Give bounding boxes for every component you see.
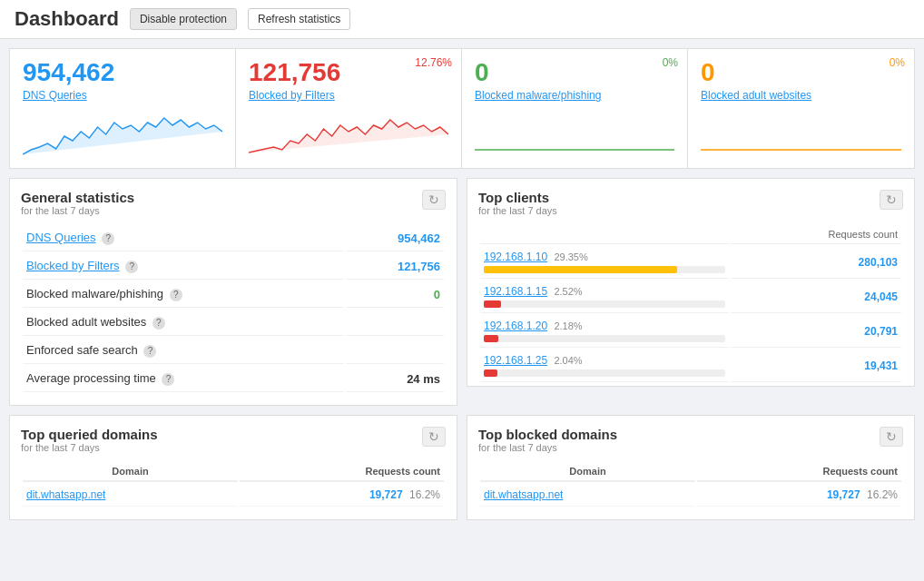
blocked-adult-help[interactable]: ? bbox=[152, 317, 165, 330]
client-name[interactable]: 192.168.1.20 bbox=[484, 320, 547, 332]
avg-processing-help[interactable]: ? bbox=[162, 373, 174, 386]
table-row: dit.whatsapp.net 19,727 16.2% bbox=[23, 484, 444, 507]
blocked-adult-sparkline bbox=[701, 109, 901, 159]
blocked-malware-percent: 0% bbox=[663, 56, 678, 69]
dns-queries-label[interactable]: DNS Queries bbox=[23, 89, 222, 102]
top-blocked-refresh[interactable]: ↻ bbox=[880, 427, 903, 447]
top-queried-subtitle: for the last 7 days bbox=[21, 442, 158, 453]
table-row: Enforced safe search ? bbox=[23, 338, 444, 364]
blocked-filters-value: 121,756 bbox=[346, 253, 444, 280]
domain-percent: 16.2% bbox=[409, 488, 440, 501]
table-row: 192.168.1.20 2.18% 20,791 bbox=[480, 315, 901, 348]
blocked-malware-number: 0 bbox=[475, 58, 674, 87]
stat-row-label: Average processing time ? bbox=[23, 366, 344, 392]
page-title: Dashboard bbox=[15, 7, 119, 31]
top-blocked-panel: Top blocked domains for the last 7 days … bbox=[467, 415, 915, 520]
requests-col-header: Requests count bbox=[697, 462, 901, 482]
client-count: 24,045 bbox=[864, 290, 898, 303]
client-count-cell: 18,596 bbox=[731, 384, 901, 387]
client-cell: 192.168.1.25 2.04% bbox=[480, 350, 729, 382]
top-clients-refresh[interactable]: ↻ bbox=[880, 190, 903, 210]
blocked-filters-help[interactable]: ? bbox=[125, 261, 138, 273]
table-row: 192.168.1.15 2.52% 24,045 bbox=[480, 281, 901, 313]
top-blocked-title-block: Top blocked domains for the last 7 days bbox=[478, 427, 617, 453]
blocked-filters-link[interactable]: Blocked by Filters bbox=[26, 259, 120, 272]
client-cell: 192.168.1.30 1.95% bbox=[480, 384, 729, 387]
client-cell: 192.168.1.10 29.35% bbox=[480, 246, 729, 279]
dns-chart bbox=[23, 109, 222, 159]
dns-queries-link[interactable]: DNS Queries bbox=[26, 231, 96, 244]
client-count: 19,431 bbox=[864, 359, 898, 372]
domain-name[interactable]: dit.whatsapp.net bbox=[26, 488, 105, 501]
domain-col-header: Domain bbox=[480, 462, 695, 482]
client-percent: 29.35% bbox=[554, 251, 587, 262]
avg-processing-link: Average processing time bbox=[26, 371, 156, 385]
domain-table-header: Domain Requests count bbox=[23, 462, 444, 482]
client-percent: 2.52% bbox=[554, 286, 582, 297]
client-table-header: Requests count bbox=[480, 225, 901, 244]
requests-col-header: Requests count bbox=[731, 225, 901, 244]
table-row: Average processing time ? 24 ms bbox=[23, 366, 444, 392]
requests-col-header: Requests count bbox=[240, 462, 444, 482]
top-clients-panel: Top clients for the last 7 days ↻ Reques… bbox=[467, 178, 915, 387]
table-row: 192.168.1.30 1.95% 18,596 bbox=[480, 384, 901, 387]
blocked-adult-number: 0 bbox=[701, 58, 901, 87]
table-row: dit.whatsapp.net 19,727 16.2% bbox=[480, 484, 901, 507]
domain-cell: dit.whatsapp.net bbox=[480, 484, 695, 507]
general-stats-header: General statistics for the last 7 days ↻ bbox=[21, 190, 446, 216]
stat-row-label: Blocked malware/phishing ? bbox=[23, 281, 344, 308]
top-clients-table: Requests count 192.168.1.10 29.35% 280,1… bbox=[478, 223, 903, 387]
top-blocked-table: Domain Requests count dit.whatsapp.net 1… bbox=[478, 460, 903, 508]
top-clients-title-block: Top clients for the last 7 days bbox=[478, 190, 557, 216]
disable-protection-button[interactable]: Disable protection bbox=[130, 8, 237, 30]
top-queried-refresh[interactable]: ↻ bbox=[422, 427, 446, 447]
blocked-filters-label[interactable]: Blocked by Filters bbox=[249, 89, 448, 102]
general-stats-table: DNS Queries ? 954,462 Blocked by Filters… bbox=[21, 223, 446, 394]
domain-name[interactable]: dit.whatsapp.net bbox=[484, 488, 563, 501]
safe-search-link: Enforced safe search bbox=[26, 343, 138, 357]
stat-card-blocked-filters: 12.76% 121,756 Blocked by Filters bbox=[236, 49, 462, 168]
blocked-filters-chart bbox=[249, 109, 448, 159]
general-stats-subtitle: for the last 7 days bbox=[21, 205, 134, 216]
client-count-cell: 20,791 bbox=[731, 315, 901, 348]
blocked-adult-label[interactable]: Blocked adult websites bbox=[701, 89, 901, 102]
client-percent: 2.18% bbox=[554, 320, 582, 331]
blocked-malware-label[interactable]: Blocked malware/phishing bbox=[475, 89, 674, 102]
client-progress-bar bbox=[484, 335, 725, 342]
progress-fill bbox=[484, 300, 501, 308]
progress-fill bbox=[484, 335, 498, 342]
client-percent: 2.04% bbox=[554, 355, 582, 366]
client-count: 20,791 bbox=[864, 325, 898, 338]
client-progress-bar bbox=[484, 266, 725, 273]
dns-queries-help[interactable]: ? bbox=[102, 232, 114, 245]
domain-table-header: Domain Requests count bbox=[480, 462, 901, 482]
general-stats-refresh[interactable]: ↻ bbox=[422, 190, 446, 210]
domain-percent: 16.2% bbox=[867, 488, 898, 501]
domain-count: 19,727 bbox=[827, 488, 860, 501]
safe-search-value bbox=[346, 338, 444, 364]
stat-row-label: DNS Queries ? bbox=[23, 225, 344, 251]
table-row: DNS Queries ? 954,462 bbox=[23, 225, 444, 251]
client-col-header bbox=[480, 225, 729, 244]
table-row: Blocked by Filters ? 121,756 bbox=[23, 253, 444, 280]
dns-sparkline bbox=[23, 109, 222, 159]
stat-cards-row: 954,462 DNS Queries 12.76% 121,756 Block… bbox=[9, 48, 915, 169]
dashboard: 954,462 DNS Queries 12.76% 121,756 Block… bbox=[0, 39, 924, 538]
blocked-malware-help[interactable]: ? bbox=[170, 289, 182, 301]
top-queried-title-block: Top queried domains for the last 7 days bbox=[21, 427, 158, 453]
refresh-statistics-button[interactable]: Refresh statistics bbox=[248, 8, 350, 30]
top-queried-title: Top queried domains bbox=[21, 427, 158, 442]
safe-search-help[interactable]: ? bbox=[143, 345, 156, 358]
top-blocked-title: Top blocked domains bbox=[478, 427, 617, 442]
domain-col-header: Domain bbox=[23, 462, 238, 482]
blocked-adult-value bbox=[346, 310, 444, 336]
client-name[interactable]: 192.168.1.25 bbox=[484, 354, 547, 367]
table-row: Blocked adult websites ? bbox=[23, 310, 444, 336]
client-name[interactable]: 192.168.1.15 bbox=[484, 285, 547, 298]
client-count-cell: 19,431 bbox=[731, 350, 901, 382]
stat-card-dns: 954,462 DNS Queries bbox=[10, 49, 236, 168]
dns-queries-number: 954,462 bbox=[23, 58, 222, 87]
client-count: 280,103 bbox=[859, 256, 898, 269]
client-name[interactable]: 192.168.1.10 bbox=[484, 251, 547, 263]
top-queried-panel: Top queried domains for the last 7 days … bbox=[9, 415, 457, 520]
